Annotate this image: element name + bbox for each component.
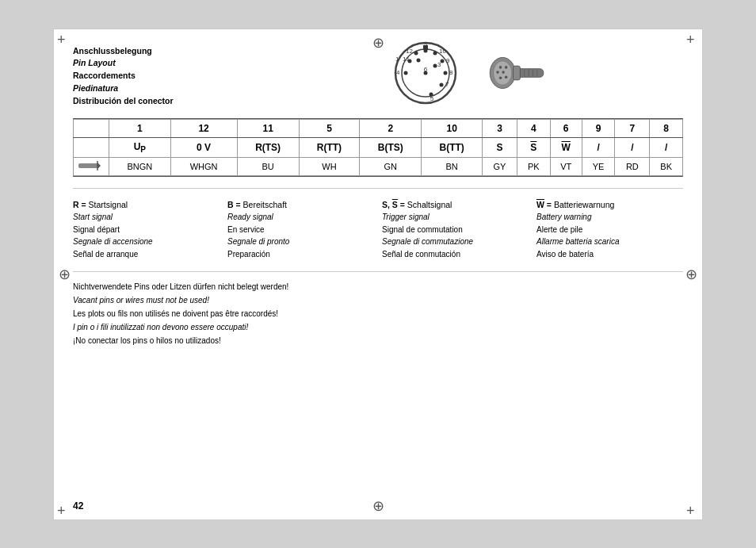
corner-mark-tr: + — [686, 33, 699, 45]
svg-text:7: 7 — [445, 81, 449, 88]
legend-R-fr: Signal départ — [73, 224, 220, 236]
col-9: 9 — [582, 119, 615, 137]
svg-point-21 — [433, 63, 437, 67]
header-line1: Anschlussbelegung — [73, 45, 247, 58]
left-crosshair: ⊕ — [59, 266, 71, 283]
col-12: 12 — [170, 119, 237, 137]
signal-4: S — [517, 137, 551, 157]
signal-2: B(TS) — [360, 137, 422, 157]
svg-text:1: 1 — [395, 56, 399, 63]
color-6: VT — [550, 157, 582, 175]
col-8: 8 — [650, 119, 683, 137]
legend-R: R = Startsignal Start signal Signal dépa… — [73, 198, 220, 260]
legend-B-en: Ready signal — [227, 211, 374, 224]
svg-point-33 — [499, 76, 502, 79]
col-4: 4 — [517, 119, 551, 137]
color-5: WH — [299, 157, 360, 175]
svg-point-5 — [433, 51, 437, 55]
col-1: 1 — [109, 119, 171, 137]
legend-S-es: Señal de conmutación — [382, 248, 529, 261]
svg-text:6: 6 — [424, 66, 428, 73]
corner-mark-tl: + — [57, 33, 70, 45]
center-top-mark: ⊕ — [372, 34, 384, 52]
legend-grid: R = Startsignal Start signal Signal dépa… — [73, 198, 683, 260]
header-line3: Raccordements — [73, 70, 247, 82]
warning-en: Vacant pins or wires must not be used! — [73, 293, 683, 307]
svg-rect-42 — [78, 163, 99, 168]
legend-W: W = Batteriewarnung Battery warning Aler… — [536, 198, 683, 260]
color-2: GN — [360, 157, 422, 175]
legend-R-key: R = Startsignal — [73, 198, 220, 211]
legend-B-it: Segnale di pronto — [227, 236, 374, 248]
color-1: BNGN — [109, 157, 171, 175]
signal-3: S — [482, 137, 517, 157]
signal-1: UP — [109, 137, 171, 157]
svg-point-17 — [414, 51, 418, 55]
svg-text:9: 9 — [446, 57, 450, 64]
color-row: BNGN WHGN BU WH GN BN GY PK VT YE RD BK — [74, 157, 683, 175]
header-line2: Pin Layout — [73, 57, 247, 70]
legend-S-en: Trigger signal — [382, 211, 529, 224]
right-crosshair: ⊕ — [685, 266, 697, 283]
legend-B-es: Preparación — [227, 248, 374, 261]
svg-marker-44 — [97, 163, 101, 169]
warning-de: Nichtverwendete Pins oder Litzen dürfen … — [73, 280, 683, 293]
signal-10: B(TT) — [422, 137, 483, 157]
svg-point-3 — [424, 48, 428, 52]
legend-R-it: Segnale di accensione — [73, 236, 220, 248]
warning-fr: Les plots ou fils non utilisés ne doiven… — [73, 307, 683, 320]
color-4: PK — [517, 157, 551, 175]
warning-it: I pin o i fili inutilizzati non devono e… — [73, 320, 683, 334]
legend-W-es: Aviso de batería — [536, 248, 683, 261]
pin-number-header — [74, 119, 109, 137]
svg-point-29 — [499, 66, 502, 69]
svg-point-25 — [408, 59, 412, 63]
warning-section: Nichtverwendete Pins oder Litzen dürfen … — [73, 271, 683, 347]
signal-6: W — [550, 137, 582, 157]
legend-S-key: S, S = Schaltsignal — [382, 198, 529, 211]
col-3: 3 — [482, 119, 517, 137]
svg-point-19 — [417, 58, 421, 62]
svg-point-9 — [444, 71, 448, 75]
legend-W-fr: Alerte de pile — [536, 224, 683, 236]
signal-row-header — [74, 137, 109, 157]
table-section: 1 12 11 5 2 10 3 4 6 9 7 8 UP 0 V R(TS) … — [73, 118, 683, 177]
svg-point-23 — [404, 71, 408, 75]
col-2: 2 — [360, 119, 422, 137]
col-10: 10 — [422, 119, 483, 137]
cable-svg — [78, 161, 104, 171]
legend-R-es: Señal de arranque — [73, 248, 220, 261]
connector-area: 2 10 9 8 7 5 6 12 — [247, 37, 683, 109]
svg-point-11 — [440, 82, 444, 86]
pin-diagram: 2 10 9 8 7 5 6 12 — [382, 37, 469, 109]
legend-S: S, S = Schaltsignal Trigger signal Signa… — [382, 198, 529, 260]
header-text: Anschlussbelegung Pin Layout Raccordemen… — [73, 45, 247, 108]
corner-mark-bl: + — [57, 504, 70, 516]
legend-B-fr: En service — [227, 224, 374, 236]
header-line5: Distribución del conector — [73, 95, 247, 108]
page: + + + + ⊕ ⊕ ⊕ ⊕ Anschlussbelegung Pin La… — [53, 29, 703, 520]
center-bottom-mark: ⊕ — [372, 497, 384, 515]
svg-rect-36 — [514, 66, 521, 80]
svg-text:8: 8 — [449, 69, 453, 76]
legend-B: B = Bereitschaft Ready signal En service… — [227, 198, 374, 260]
signal-7: / — [615, 137, 650, 157]
svg-text:12: 12 — [406, 48, 413, 55]
svg-text:3: 3 — [437, 61, 441, 68]
page-number: 42 — [73, 500, 83, 512]
signal-11: R(TS) — [237, 137, 299, 157]
connector-photo — [485, 49, 548, 97]
signal-8: / — [650, 137, 683, 157]
corner-mark-br: + — [686, 504, 699, 516]
legend-B-key: B = Bereitschaft — [227, 198, 374, 211]
signal-row: UP 0 V R(TS) R(TT) B(TS) B(TT) S S W / /… — [74, 137, 683, 157]
signal-9: / — [582, 137, 615, 157]
legend-S-it: Segnale di commutazione — [382, 236, 529, 248]
legend-W-key: W = Batteriewarnung — [536, 198, 683, 211]
legend-W-en: Battery warning — [536, 211, 683, 224]
col-6: 6 — [550, 119, 582, 137]
color-3: GY — [482, 157, 517, 175]
legend-section: R = Startsignal Start signal Signal dépa… — [73, 188, 683, 260]
svg-text:2: 2 — [424, 42, 428, 49]
svg-point-30 — [505, 66, 508, 69]
